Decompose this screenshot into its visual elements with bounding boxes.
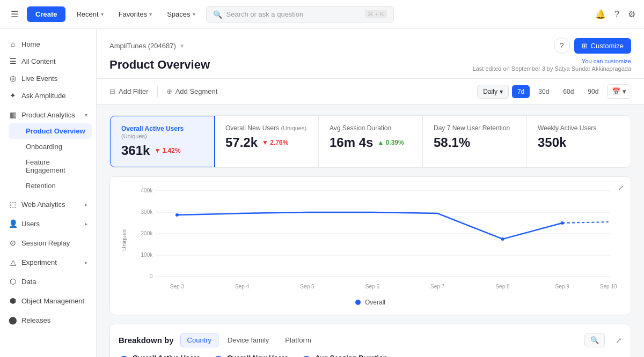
help-icon[interactable]: ? [614,10,619,19]
metric-card-retention[interactable]: Day 7 New User Retention 58.1% [423,116,527,167]
releases-icon: ⬤ [9,316,17,324]
sidebar-child-onboarding[interactable]: Onboarding [4,139,96,154]
metric-value-active-users: 361k [121,143,150,158]
ask-amplitude-icon: ✦ [9,91,17,100]
notification-icon[interactable]: 🔔 [595,9,606,19]
object-management-icon: ⬢ [9,296,17,305]
sidebar-section-users: 👤 Users ▸ [0,215,96,232]
breakdown-col-active-users: + Overall Active Users Uniques [119,354,200,357]
time-btn-90d[interactable]: 90d [582,85,604,98]
content-header: AmpliTunes (204687) ▾ ? ⊞ Customize Prod… [97,29,644,79]
breakdown-tab-country[interactable]: Country [180,333,219,347]
breakdown-tabs: Country Device family Platform [180,333,318,347]
breadcrumb: AmpliTunes (204687) ▾ [109,42,184,50]
breadcrumb-org[interactable]: AmpliTunes (204687) [109,42,176,50]
svg-text:400k: 400k [141,188,153,194]
sidebar-item-all-content[interactable]: ☰ All Content [0,53,96,70]
app-container: ☰ Create Recent ▾ Favorites ▾ Spaces ▾ 🔍… [0,0,644,357]
you-can-customize-link[interactable]: You can customize [473,58,631,64]
metric-label-session: Avg Session Duration [330,124,412,132]
header-right: ? ⊞ Customize [554,38,631,54]
svg-text:Sep 10: Sep 10 [600,284,617,289]
svg-text:300k: 300k [141,209,153,215]
metric-value-new-users: 57.2k [225,135,258,150]
sidebar-parent-users[interactable]: 👤 Users ▸ [0,215,96,232]
sidebar-item-live-events[interactable]: ◎ Live Events [0,70,96,87]
time-btn-30d[interactable]: 30d [533,85,554,98]
settings-icon[interactable]: ⚙ [628,9,635,19]
session-replay-icon: ⊙ [9,239,17,247]
web-analytics-chevron-icon: ▸ [85,202,87,207]
sidebar-child-feature-engagement[interactable]: Feature Engagement [4,154,96,178]
sidebar: ⌂ Home ☰ All Content ◎ Live Events ✦ Ask… [0,29,97,357]
svg-text:Sep 8: Sep 8 [495,284,510,289]
sidebar-parent-web-analytics[interactable]: ⬚ Web Analytics ▸ [0,196,96,213]
spaces-nav[interactable]: Spaces ▾ [163,8,199,20]
recent-nav[interactable]: Recent ▾ [72,8,107,20]
topbar: ☰ Create Recent ▾ Favorites ▾ Spaces ▾ 🔍… [0,0,644,29]
metric-card-weekly-users[interactable]: Weekly Active Users 350k [527,116,631,167]
svg-point-18 [175,213,179,217]
breakdown-expand-icon[interactable]: ⤢ [616,336,622,345]
segment-icon: ⊕ [166,87,172,95]
favorites-nav[interactable]: Favorites ▾ [114,8,156,20]
hamburger-icon[interactable]: ☰ [9,7,20,21]
svg-point-19 [501,237,504,241]
time-btn-60d[interactable]: 60d [558,85,579,98]
time-period-select[interactable]: Daily ▾ [477,85,509,99]
help-button[interactable]: ? [554,38,570,54]
breakdown-col-new-users: + Overall New Users Uniques [213,354,288,357]
sidebar-parent-product-analytics[interactable]: ▦ Product Analytics ▾ [0,106,96,123]
sidebar-section-releases: ⬤ Releases [0,311,96,329]
svg-text:Sep 5: Sep 5 [300,284,314,289]
sidebar-section-data: ⬡ Data [0,273,96,290]
add-segment-button[interactable]: ⊕ Add Segment [166,87,218,95]
search-bar[interactable]: 🔍 Search or ask a question ⌘ + K [206,6,394,23]
metric-card-session-duration[interactable]: Avg Session Duration 16m 4s ▲ 0.39% [319,116,423,167]
breakdown-tab-platform[interactable]: Platform [278,333,318,347]
metric-card-new-users[interactable]: Overall New Users (Uniques) 57.2k ▼ 2.76… [215,116,319,167]
breakdown-col-session: + Avg Session Duration Avg Session Durat… [301,354,387,357]
svg-text:Sep 3: Sep 3 [170,284,185,289]
svg-text:Sep 4: Sep 4 [235,284,250,289]
sidebar-child-product-overview[interactable]: Product Overview [9,123,92,139]
svg-text:200k: 200k [141,230,153,236]
calendar-button[interactable]: 📅 ▾ [607,84,631,99]
product-analytics-children: Product Overview Onboarding Feature Enga… [0,123,96,194]
breakdown-header: Breakdown by Country Device family Platf… [119,333,622,347]
svg-text:Sep 6: Sep 6 [365,284,380,289]
sidebar-child-retention[interactable]: Retention [4,178,96,194]
topbar-icons: 🔔 ? ⚙ [595,9,635,19]
sidebar-parent-session-replay[interactable]: ⊙ Session Replay [0,234,96,251]
add-filter-button[interactable]: ⊟ Add Filter [109,87,149,95]
chart-container: ⤢ Uniques [109,176,631,315]
recent-chevron-icon: ▾ [101,11,104,17]
filter-divider [157,86,158,97]
sidebar-section-web-analytics: ⬚ Web Analytics ▸ [0,196,96,213]
time-btn-7d[interactable]: 7d [512,85,530,98]
sidebar-parent-object-management[interactable]: ⬢ Object Management [0,292,96,309]
sidebar-parent-data[interactable]: ⬡ Data [0,273,96,290]
customize-icon: ⊞ [582,42,588,50]
sidebar-parent-experiment[interactable]: △ Experiment ▸ [0,254,96,271]
sidebar-item-home[interactable]: ⌂ Home [0,35,96,53]
metric-card-active-users[interactable]: Overall Active Users (Uniques) 361k ▼ 1.… [109,115,215,168]
product-analytics-icon: ▦ [9,110,17,119]
create-button[interactable]: Create [27,6,65,22]
sidebar-top-items: ⌂ Home ☰ All Content ◎ Live Events ✦ Ask… [0,35,96,104]
sidebar-section-experiment: △ Experiment ▸ [0,254,96,271]
metrics-row: Overall Active Users (Uniques) 361k ▼ 1.… [109,115,631,168]
breakdown-search[interactable]: 🔍 [584,333,605,347]
chart-expand-icon[interactable]: ⤢ [618,183,624,192]
customize-button[interactable]: ⊞ Customize [574,38,631,54]
sidebar-item-ask-amplitude[interactable]: ✦ Ask Amplitude [0,87,96,104]
svg-text:100k: 100k [141,252,153,258]
breadcrumb-chevron-icon: ▾ [180,42,184,50]
filters-bar: ⊟ Add Filter ⊕ Add Segment Daily ▾ 7d 30… [97,79,644,105]
metric-change-session: ▲ 0.39% [377,139,404,146]
data-icon: ⬡ [9,277,17,286]
metric-label-text: Overall Active Users [121,125,184,132]
sidebar-parent-releases[interactable]: ⬤ Releases [0,311,96,329]
svg-text:Sep 7: Sep 7 [430,284,445,289]
breakdown-tab-device[interactable]: Device family [221,333,276,347]
